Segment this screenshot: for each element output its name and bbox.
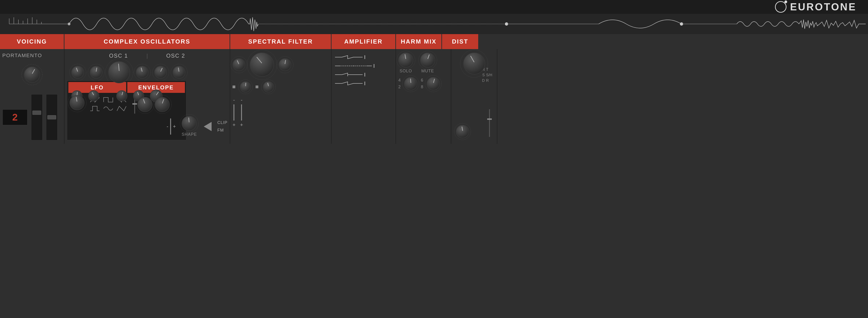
harm-mix-panel: SOLO MUTE 4 2 — [396, 49, 451, 144]
voicing-panel: PORTAMENTO 2 — [0, 49, 64, 144]
decay-row — [335, 64, 392, 68]
solo-knob[interactable] — [398, 53, 413, 67]
osc-center-knob[interactable] — [108, 61, 130, 83]
mode-r: R — [486, 79, 492, 83]
mode-t: T — [486, 67, 492, 72]
harm-num-4: 4 — [398, 78, 401, 83]
filter-plus[interactable]: + — [232, 122, 236, 128]
harm-knob2[interactable] — [427, 77, 440, 90]
osc-plus-btn[interactable]: + — [173, 123, 176, 129]
env-knob1[interactable] — [137, 97, 152, 112]
logo-text: EUROTONE — [790, 1, 857, 13]
attack-row — [335, 55, 392, 59]
dist-fader-track — [489, 109, 490, 137]
dist-tone-knob[interactable] — [456, 125, 469, 138]
harm-num-8: 8 — [421, 85, 423, 89]
lfo-rate-knob[interactable] — [69, 95, 85, 110]
portamento-knob[interactable] — [24, 66, 40, 83]
waveform-display — [0, 14, 868, 34]
voice-count-display: 2 — [2, 109, 28, 125]
tab-spectral-filter[interactable]: SPECTRAL FILTER — [230, 34, 332, 49]
dist-panel: SN T S S/H D R — [451, 49, 497, 144]
osc2-knob3[interactable] — [173, 66, 185, 79]
amplifier-panel — [332, 49, 396, 144]
tab-dist[interactable]: DIST — [442, 34, 479, 49]
lfo-wave-triangle[interactable] — [116, 105, 127, 112]
filter-plus2[interactable]: + — [240, 122, 243, 128]
voice-fader-2[interactable] — [46, 94, 58, 140]
mode-d: D — [479, 79, 485, 83]
tab-harm-mix[interactable]: HARM MIX — [396, 34, 442, 49]
osc-panel: OSC 1 | OSC 2 — [64, 49, 230, 144]
osc-minus-btn[interactable]: - — [167, 123, 168, 129]
portamento-label: PORTAMENTO — [2, 53, 62, 59]
osc1-knob4[interactable] — [88, 90, 99, 102]
osc-crossfade-fader[interactable] — [170, 118, 171, 135]
sustain-row — [335, 73, 392, 77]
osc1-knob2[interactable] — [90, 66, 102, 79]
lfo-wave-sine[interactable] — [102, 105, 114, 112]
filter-knob1[interactable] — [232, 58, 245, 71]
fm-label: FM — [217, 128, 227, 133]
tab-amplifier[interactable]: AMPLIFIER — [332, 34, 396, 49]
harm-knob1[interactable] — [404, 77, 417, 90]
harm-num-2: 2 — [398, 85, 401, 89]
filter-minus[interactable]: - — [233, 97, 235, 103]
spectral-filter-panel: - + - + — [230, 49, 332, 144]
filter-main-knob[interactable] — [250, 53, 274, 77]
mode-s1: S — [479, 73, 485, 77]
filter-knob3[interactable] — [279, 58, 291, 71]
main-content: PORTAMENTO 2 — [0, 49, 868, 144]
header-bar: EUROTONE — [0, 0, 868, 14]
release-row — [335, 81, 392, 86]
shape-knob[interactable] — [182, 116, 197, 131]
filter-dot2 — [255, 86, 258, 88]
filter-minus2[interactable]: - — [241, 97, 243, 103]
filter-dot1 — [232, 86, 235, 88]
dist-main-knob[interactable] — [463, 53, 485, 75]
tab-voicing[interactable]: VOICING — [0, 34, 64, 49]
lfo-wave-square[interactable] — [102, 96, 114, 103]
osc1-knob1[interactable] — [71, 66, 84, 79]
osc2-label: OSC 2 — [166, 53, 185, 59]
filter-knob5[interactable] — [263, 81, 274, 92]
play-button[interactable] — [204, 122, 212, 131]
filter-fader2[interactable] — [241, 105, 242, 120]
brand-logo: EUROTONE — [775, 1, 857, 13]
tab-complex-osc[interactable]: COMPLEX OSCILLATORS — [64, 34, 230, 49]
extra-right-panel — [497, 49, 868, 144]
logo-icon — [775, 1, 786, 13]
voice-fader-1[interactable] — [31, 94, 42, 140]
clip-label: CLIP — [217, 120, 227, 125]
osc2-knob4[interactable] — [116, 90, 127, 102]
section-tabs-row: VOICING COMPLEX OSCILLATORS SPECTRAL FIL… — [0, 34, 868, 49]
env-knob2[interactable] — [155, 97, 170, 112]
lfo-wave-pulse[interactable] — [89, 105, 101, 112]
filter-fader[interactable] — [234, 105, 235, 120]
harm-num-6: 6 — [421, 78, 423, 83]
mode-sh: S/H — [486, 73, 492, 77]
osc2-knob1[interactable] — [136, 66, 149, 79]
mute-knob[interactable] — [420, 53, 435, 67]
filter-knob4[interactable] — [240, 81, 251, 92]
dist-fader-handle[interactable] — [487, 118, 492, 120]
osc2-knob2[interactable] — [154, 66, 167, 79]
